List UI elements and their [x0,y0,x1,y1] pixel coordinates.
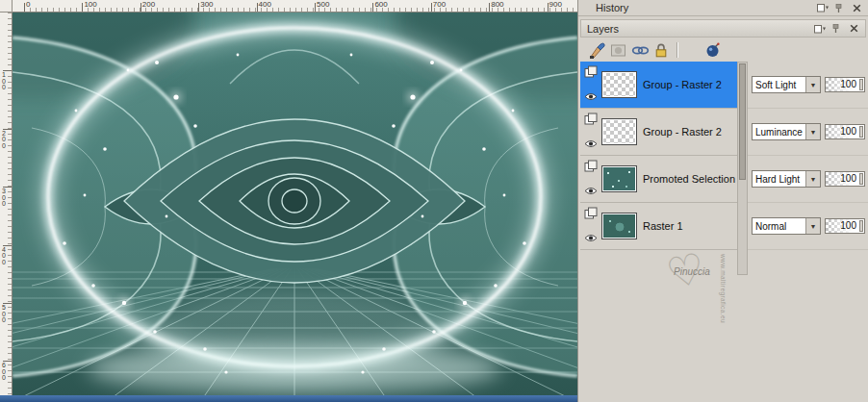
layer-thumbnail[interactable] [601,213,637,239]
ruler-corner [0,0,13,13]
ruler-label: 900 [549,0,562,9]
panel-menu-icon[interactable] [816,2,829,13]
layer-thumbnail[interactable] [601,118,637,145]
opacity-slider[interactable]: 100 [825,77,865,92]
layers-scrollbar[interactable] [737,62,748,275]
ruler-tick [315,3,316,12]
layer-properties: Hard Light▼100 [748,156,868,203]
ruler-label: 400 [259,0,271,9]
blend-mode-select[interactable]: Luminance (L)▼ [752,123,821,140]
opacity-value: 100 [840,79,856,89]
script-bomb-icon[interactable] [702,41,724,60]
layer-names-column: Group - Raster 2Group - Raster 2Promoted… [580,62,737,250]
layer-thumbnail[interactable] [601,71,637,98]
layer-row[interactable]: Raster 1 [580,203,737,250]
mask-icon[interactable] [608,41,629,60]
layers-panel-header[interactable]: Layers [580,19,866,38]
ruler-label: 600 [2,363,6,382]
ruler-tick [198,3,199,12]
panel-menu-icon[interactable] [813,23,826,35]
ruler-label: 200 [142,0,155,9]
layer-name: Raster 1 [643,220,683,232]
pin-icon[interactable] [833,2,846,13]
ruler-tick [548,3,549,12]
opacity-slider[interactable]: 100 [825,171,865,187]
opacity-value: 100 [840,126,856,137]
layers-toolbar [580,39,866,61]
opacity-slider-handle[interactable] [859,173,863,185]
layer-properties: Luminance (L)▼100 [748,109,868,156]
toolbar-separator [677,42,678,58]
opacity-slider-handle[interactable] [859,126,863,138]
close-icon[interactable] [848,23,860,35]
visibility-eye-icon[interactable] [584,229,598,246]
ruler-tick [140,3,141,12]
blend-mode-select[interactable]: Hard Light▼ [752,170,821,188]
layer-properties-column: Soft Light▼100Luminance (L)▼100Hard Ligh… [748,62,868,250]
opacity-slider[interactable]: 100 [825,124,865,139]
ruler-vertical: 100200300400500600 [0,13,13,395]
layer-properties: Soft Light▼100 [748,62,868,109]
layer-row[interactable]: Promoted Selection [580,156,737,203]
layer-row[interactable]: Group - Raster 2 [580,109,737,156]
layer-name: Group - Raster 2 [643,126,722,138]
layer-icons [580,206,600,246]
layer-icons [580,159,600,199]
ruler-label: 800 [491,0,503,9]
layer-type-icon [584,64,598,82]
visibility-eye-icon[interactable] [584,88,598,105]
chevron-down-icon[interactable]: ▼ [805,124,820,139]
ruler-label: 500 [2,305,6,324]
history-panel-header[interactable]: History [578,0,868,16]
opacity-slider[interactable]: 100 [825,218,865,234]
right-panel: History Layers Group - Raster 2Group - R… [577,0,868,402]
link-layers-icon[interactable] [629,41,651,60]
layer-properties: Normal▼100 [748,203,868,250]
canvas-image[interactable] [13,13,577,395]
canvas-bottom-scrollbar[interactable] [0,395,577,402]
chevron-down-icon[interactable]: ▼ [805,77,820,92]
ruler-label: 500 [317,0,329,9]
scrollbar-thumb[interactable] [739,63,746,180]
history-title: History [596,2,628,13]
lock-transparency-icon[interactable] [651,41,672,60]
ruler-label: 600 [374,0,387,9]
edit-brush-icon[interactable] [587,41,608,60]
blend-mode-value: Soft Light [755,80,805,90]
layer-icons [580,112,600,152]
layer-icons [580,64,600,105]
ruler-label: 300 [200,0,213,9]
chevron-down-icon[interactable]: ▼ [805,218,820,234]
ruler-label: 100 [84,0,96,9]
layer-type-icon [584,206,598,223]
visibility-eye-icon[interactable] [584,182,598,199]
blend-mode-value: Luminance (L) [755,127,805,138]
opacity-slider-handle[interactable] [859,79,863,90]
blend-mode-value: Normal [755,221,805,232]
ruler-tick [489,3,490,12]
ruler-tick [257,3,258,12]
layer-type-icon [584,112,598,129]
ruler-tick [82,3,83,12]
ruler-tick [431,3,432,12]
blend-mode-select[interactable]: Soft Light▼ [752,76,821,93]
layer-thumbnail[interactable] [601,165,637,192]
ruler-horizontal: 0100200300400500600700800900 [13,0,577,13]
close-icon[interactable] [851,2,863,13]
ruler-label: 700 [433,0,446,9]
layers-header-icons [813,23,860,35]
chevron-down-icon[interactable]: ▼ [805,171,820,187]
history-header-icons [816,2,863,13]
layer-name: Group - Raster 2 [643,79,722,90]
canvas-artwork [13,13,577,395]
ruler-label: 300 [2,188,6,208]
ruler-tick [24,3,25,12]
visibility-eye-icon[interactable] [584,135,598,152]
pin-icon[interactable] [830,23,843,35]
layer-row[interactable]: Group - Raster 2 [580,62,737,109]
opacity-slider-handle[interactable] [859,220,863,232]
blend-mode-select[interactable]: Normal▼ [752,217,821,235]
opacity-value: 100 [840,173,856,184]
layers-title: Layers [587,23,619,35]
ruler-label: 400 [2,247,6,266]
